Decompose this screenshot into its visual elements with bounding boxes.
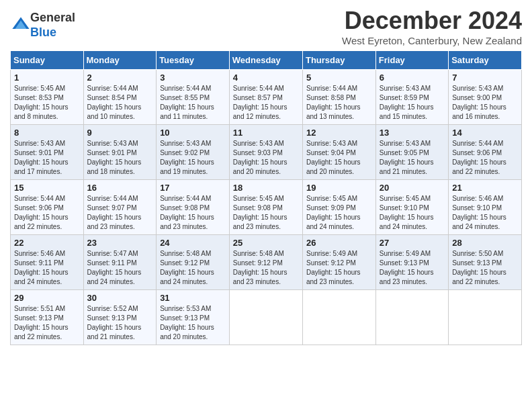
day-number: 27 bbox=[380, 238, 445, 248]
day-number: 29 bbox=[14, 293, 80, 303]
day-number: 6 bbox=[380, 73, 445, 83]
calendar-day-cell: 9Sunrise: 5:43 AM Sunset: 9:01 PM Daylig… bbox=[83, 125, 157, 180]
calendar-day-cell bbox=[302, 290, 375, 345]
day-number: 14 bbox=[452, 128, 518, 138]
day-content: Sunrise: 5:46 AM Sunset: 9:11 PM Dayligh… bbox=[14, 249, 80, 287]
day-number: 31 bbox=[160, 293, 226, 303]
calendar-day-cell: 8Sunrise: 5:43 AM Sunset: 9:01 PM Daylig… bbox=[11, 125, 84, 180]
calendar-week-row: 1Sunrise: 5:45 AM Sunset: 8:53 PM Daylig… bbox=[11, 70, 522, 125]
day-header-monday: Monday bbox=[83, 51, 157, 70]
logo-icon bbox=[11, 15, 30, 34]
calendar-day-cell: 17Sunrise: 5:44 AM Sunset: 9:08 PM Dayli… bbox=[157, 180, 230, 235]
day-content: Sunrise: 5:43 AM Sunset: 9:05 PM Dayligh… bbox=[380, 139, 445, 177]
calendar-week-row: 22Sunrise: 5:46 AM Sunset: 9:11 PM Dayli… bbox=[11, 235, 522, 290]
day-content: Sunrise: 5:43 AM Sunset: 9:01 PM Dayligh… bbox=[14, 139, 80, 177]
calendar-day-cell bbox=[229, 290, 302, 345]
day-content: Sunrise: 5:44 AM Sunset: 9:06 PM Dayligh… bbox=[452, 139, 518, 177]
calendar-day-cell: 27Sunrise: 5:49 AM Sunset: 9:13 PM Dayli… bbox=[375, 235, 448, 290]
day-number: 9 bbox=[87, 128, 153, 138]
calendar-day-cell bbox=[449, 290, 522, 345]
day-number: 18 bbox=[233, 183, 299, 193]
day-header-sunday: Sunday bbox=[11, 51, 84, 70]
logo: General Blue bbox=[10, 11, 75, 40]
day-content: Sunrise: 5:44 AM Sunset: 8:54 PM Dayligh… bbox=[87, 84, 153, 122]
day-number: 11 bbox=[233, 128, 299, 138]
calendar-week-row: 8Sunrise: 5:43 AM Sunset: 9:01 PM Daylig… bbox=[11, 125, 522, 180]
day-content: Sunrise: 5:43 AM Sunset: 9:01 PM Dayligh… bbox=[87, 139, 153, 177]
calendar-day-cell: 6Sunrise: 5:43 AM Sunset: 8:59 PM Daylig… bbox=[375, 70, 448, 125]
calendar-day-cell: 20Sunrise: 5:45 AM Sunset: 9:10 PM Dayli… bbox=[375, 180, 448, 235]
day-content: Sunrise: 5:49 AM Sunset: 9:12 PM Dayligh… bbox=[306, 249, 372, 287]
day-number: 24 bbox=[160, 238, 226, 248]
calendar-day-cell: 28Sunrise: 5:50 AM Sunset: 9:13 PM Dayli… bbox=[449, 235, 522, 290]
day-header-thursday: Thursday bbox=[302, 51, 375, 70]
day-content: Sunrise: 5:48 AM Sunset: 9:12 PM Dayligh… bbox=[160, 249, 226, 287]
calendar-day-cell: 16Sunrise: 5:44 AM Sunset: 9:07 PM Dayli… bbox=[83, 180, 157, 235]
day-header-friday: Friday bbox=[375, 51, 448, 70]
day-content: Sunrise: 5:48 AM Sunset: 9:12 PM Dayligh… bbox=[233, 249, 299, 287]
day-number: 10 bbox=[160, 128, 226, 138]
calendar-day-cell: 13Sunrise: 5:43 AM Sunset: 9:05 PM Dayli… bbox=[375, 125, 448, 180]
calendar-day-cell: 21Sunrise: 5:46 AM Sunset: 9:10 PM Dayli… bbox=[449, 180, 522, 235]
calendar-day-cell: 5Sunrise: 5:44 AM Sunset: 8:58 PM Daylig… bbox=[302, 70, 375, 125]
day-content: Sunrise: 5:44 AM Sunset: 8:55 PM Dayligh… bbox=[160, 84, 226, 122]
day-header-saturday: Saturday bbox=[449, 51, 522, 70]
day-content: Sunrise: 5:43 AM Sunset: 8:59 PM Dayligh… bbox=[380, 84, 445, 122]
day-number: 30 bbox=[87, 293, 153, 303]
title-area: December 2024 West Eyreton, Canterbury, … bbox=[342, 7, 522, 46]
day-number: 22 bbox=[14, 238, 80, 248]
day-number: 5 bbox=[306, 73, 372, 83]
day-number: 16 bbox=[87, 183, 153, 193]
day-number: 21 bbox=[452, 183, 518, 193]
logo-text: General Blue bbox=[30, 11, 75, 40]
day-content: Sunrise: 5:44 AM Sunset: 9:08 PM Dayligh… bbox=[160, 194, 226, 232]
day-header-wednesday: Wednesday bbox=[229, 51, 302, 70]
calendar: SundayMondayTuesdayWednesdayThursdayFrid… bbox=[10, 50, 522, 345]
calendar-header-row: SundayMondayTuesdayWednesdayThursdayFrid… bbox=[11, 51, 522, 70]
calendar-day-cell: 3Sunrise: 5:44 AM Sunset: 8:55 PM Daylig… bbox=[157, 70, 230, 125]
day-number: 7 bbox=[452, 73, 518, 83]
calendar-day-cell: 31Sunrise: 5:53 AM Sunset: 9:13 PM Dayli… bbox=[157, 290, 230, 345]
day-content: Sunrise: 5:50 AM Sunset: 9:13 PM Dayligh… bbox=[452, 249, 518, 287]
day-content: Sunrise: 5:51 AM Sunset: 9:13 PM Dayligh… bbox=[14, 304, 80, 342]
day-number: 2 bbox=[87, 73, 153, 83]
calendar-day-cell: 10Sunrise: 5:43 AM Sunset: 9:02 PM Dayli… bbox=[157, 125, 230, 180]
day-content: Sunrise: 5:47 AM Sunset: 9:11 PM Dayligh… bbox=[87, 249, 153, 287]
calendar-day-cell: 19Sunrise: 5:45 AM Sunset: 9:09 PM Dayli… bbox=[302, 180, 375, 235]
day-content: Sunrise: 5:46 AM Sunset: 9:10 PM Dayligh… bbox=[452, 194, 518, 232]
day-content: Sunrise: 5:43 AM Sunset: 9:02 PM Dayligh… bbox=[160, 139, 226, 177]
calendar-day-cell: 14Sunrise: 5:44 AM Sunset: 9:06 PM Dayli… bbox=[449, 125, 522, 180]
day-number: 15 bbox=[14, 183, 80, 193]
location: West Eyreton, Canterbury, New Zealand bbox=[342, 35, 522, 46]
day-content: Sunrise: 5:43 AM Sunset: 9:04 PM Dayligh… bbox=[306, 139, 372, 177]
calendar-day-cell: 23Sunrise: 5:47 AM Sunset: 9:11 PM Dayli… bbox=[83, 235, 157, 290]
calendar-day-cell: 24Sunrise: 5:48 AM Sunset: 9:12 PM Dayli… bbox=[157, 235, 230, 290]
day-number: 3 bbox=[160, 73, 226, 83]
day-content: Sunrise: 5:53 AM Sunset: 9:13 PM Dayligh… bbox=[160, 304, 226, 342]
day-content: Sunrise: 5:44 AM Sunset: 8:58 PM Dayligh… bbox=[306, 84, 372, 122]
calendar-day-cell bbox=[375, 290, 448, 345]
day-content: Sunrise: 5:44 AM Sunset: 8:57 PM Dayligh… bbox=[233, 84, 299, 122]
calendar-day-cell: 29Sunrise: 5:51 AM Sunset: 9:13 PM Dayli… bbox=[11, 290, 84, 345]
day-content: Sunrise: 5:45 AM Sunset: 8:53 PM Dayligh… bbox=[14, 84, 80, 122]
header: General Blue December 2024 West Eyreton,… bbox=[10, 7, 522, 46]
day-number: 13 bbox=[380, 128, 445, 138]
day-number: 12 bbox=[306, 128, 372, 138]
day-number: 23 bbox=[87, 238, 153, 248]
calendar-day-cell: 18Sunrise: 5:45 AM Sunset: 9:08 PM Dayli… bbox=[229, 180, 302, 235]
day-number: 20 bbox=[380, 183, 445, 193]
day-number: 25 bbox=[233, 238, 299, 248]
day-header-tuesday: Tuesday bbox=[157, 51, 230, 70]
day-number: 8 bbox=[14, 128, 80, 138]
calendar-day-cell: 15Sunrise: 5:44 AM Sunset: 9:06 PM Dayli… bbox=[11, 180, 84, 235]
calendar-day-cell: 12Sunrise: 5:43 AM Sunset: 9:04 PM Dayli… bbox=[302, 125, 375, 180]
day-number: 19 bbox=[306, 183, 372, 193]
calendar-day-cell: 7Sunrise: 5:43 AM Sunset: 9:00 PM Daylig… bbox=[449, 70, 522, 125]
day-content: Sunrise: 5:45 AM Sunset: 9:10 PM Dayligh… bbox=[380, 194, 445, 232]
day-number: 4 bbox=[233, 73, 299, 83]
calendar-day-cell: 30Sunrise: 5:52 AM Sunset: 9:13 PM Dayli… bbox=[83, 290, 157, 345]
day-content: Sunrise: 5:43 AM Sunset: 9:03 PM Dayligh… bbox=[233, 139, 299, 177]
calendar-day-cell: 11Sunrise: 5:43 AM Sunset: 9:03 PM Dayli… bbox=[229, 125, 302, 180]
calendar-day-cell: 4Sunrise: 5:44 AM Sunset: 8:57 PM Daylig… bbox=[229, 70, 302, 125]
calendar-day-cell: 22Sunrise: 5:46 AM Sunset: 9:11 PM Dayli… bbox=[11, 235, 84, 290]
